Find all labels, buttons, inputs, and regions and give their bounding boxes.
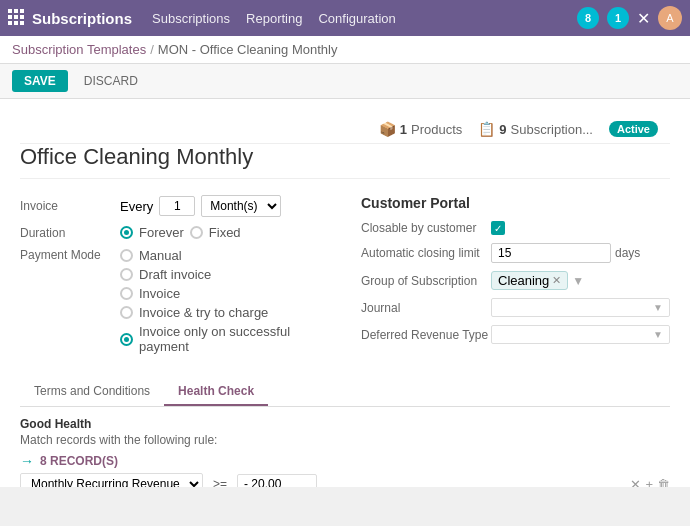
nav-subscriptions[interactable]: Subscriptions xyxy=(152,11,230,26)
svg-rect-4 xyxy=(14,15,18,19)
closable-value xyxy=(491,221,670,235)
payment-mode-row: Payment Mode Manual Draft invoice Invoic… xyxy=(20,248,329,354)
duration-row: Duration Forever Fixed xyxy=(20,225,329,240)
group-tag-remove[interactable]: ✕ xyxy=(552,274,561,287)
nav-reporting[interactable]: Reporting xyxy=(246,11,302,26)
svg-rect-5 xyxy=(20,15,24,19)
payment-manual-label: Manual xyxy=(139,248,182,263)
good-health-header: Good Health xyxy=(20,417,670,431)
nav-right: 8 1 ✕ A xyxy=(577,6,682,30)
good-operator: >= xyxy=(209,477,231,487)
health-check-section: Good Health Match records with the follo… xyxy=(20,407,670,487)
invoice-row: Invoice Every Month(s) Month(s) xyxy=(20,195,329,217)
payment-draft-label: Draft invoice xyxy=(139,267,211,282)
payment-invoice-try-label: Invoice & try to charge xyxy=(139,305,268,320)
auto-close-input[interactable] xyxy=(491,243,611,263)
tabs-bar: Terms and Conditions Health Check xyxy=(20,378,670,407)
breadcrumb-current: MON - Office Cleaning Monthly xyxy=(158,42,338,57)
duration-fixed-radio[interactable] xyxy=(190,226,203,239)
good-rule-actions: ✕ + 🗑 xyxy=(630,477,670,488)
good-health-rule-row: → 8 RECORD(S) xyxy=(20,453,670,469)
good-add-rule-btn[interactable]: + xyxy=(645,477,653,488)
deferred-row: Deferred Revenue Type ▼ xyxy=(361,325,670,344)
user-avatar[interactable]: A xyxy=(658,6,682,30)
badge-messages[interactable]: 8 xyxy=(577,7,599,29)
payment-mode-label: Payment Mode xyxy=(20,248,120,262)
discard-button[interactable]: DISCARD xyxy=(76,70,146,92)
nav-menu: Subscriptions Reporting Configuration xyxy=(152,11,396,26)
closable-checkbox[interactable] xyxy=(491,221,505,235)
breadcrumb: Subscription Templates / MON - Office Cl… xyxy=(0,36,690,64)
radio-invoice-try[interactable] xyxy=(120,306,133,319)
good-delete-btn[interactable]: 🗑 xyxy=(657,477,670,488)
good-health-block: Good Health Match records with the follo… xyxy=(20,417,670,487)
active-badge[interactable]: Active xyxy=(609,121,658,137)
products-stat[interactable]: 📦 1 Products xyxy=(379,121,463,137)
duration-fixed-label: Fixed xyxy=(209,225,241,240)
radio-invoice[interactable] xyxy=(120,287,133,300)
invoice-value-input[interactable] xyxy=(159,196,195,216)
svg-rect-8 xyxy=(20,21,24,25)
payment-draft-invoice[interactable]: Draft invoice xyxy=(120,267,329,282)
payment-invoice-try[interactable]: Invoice & try to charge xyxy=(120,305,329,320)
radio-manual[interactable] xyxy=(120,249,133,262)
badge-activities[interactable]: 1 xyxy=(607,7,629,29)
duration-fixed-option[interactable]: Fixed xyxy=(190,225,241,240)
payment-invoice[interactable]: Invoice xyxy=(120,286,329,301)
tab-terms[interactable]: Terms and Conditions xyxy=(20,378,164,406)
good-arrow-icon: → xyxy=(20,453,34,469)
main-content: 📦 1 Products 📋 9 Subscription... Active … xyxy=(0,99,690,487)
form-body: Invoice Every Month(s) Month(s) Duration… xyxy=(20,195,670,362)
journal-row: Journal ▼ xyxy=(361,298,670,317)
duration-forever-radio[interactable] xyxy=(120,226,133,239)
duration-forever-label: Forever xyxy=(139,225,184,240)
breadcrumb-parent[interactable]: Subscription Templates xyxy=(12,42,146,57)
good-remove-tag-btn[interactable]: ✕ xyxy=(630,477,641,488)
top-navigation: Subscriptions Subscriptions Reporting Co… xyxy=(0,0,690,36)
close-icon[interactable]: ✕ xyxy=(637,9,650,28)
deferred-label: Deferred Revenue Type xyxy=(361,328,491,342)
svg-rect-1 xyxy=(14,9,18,13)
portal-title: Customer Portal xyxy=(361,195,670,211)
products-icon: 📦 xyxy=(379,121,396,137)
deferred-arrow: ▼ xyxy=(653,329,663,340)
svg-rect-7 xyxy=(14,21,18,25)
group-dropdown-arrow[interactable]: ▼ xyxy=(572,274,584,288)
good-health-rule: Monthly Recurring Revenue Monthly Recurr… xyxy=(20,473,670,487)
payment-manual[interactable]: Manual xyxy=(120,248,329,263)
breadcrumb-separator: / xyxy=(150,42,154,57)
svg-rect-6 xyxy=(8,21,12,25)
good-value-input[interactable] xyxy=(237,474,317,487)
svg-rect-3 xyxy=(8,15,12,19)
payment-invoice-success[interactable]: Invoice only on successful payment xyxy=(120,324,329,354)
deferred-select[interactable]: ▼ xyxy=(491,325,670,344)
closable-label: Closable by customer xyxy=(361,221,491,235)
nav-configuration[interactable]: Configuration xyxy=(318,11,395,26)
group-label: Group of Subscription xyxy=(361,274,491,288)
auto-close-label: Automatic closing limit xyxy=(361,246,491,260)
subscriptions-stat[interactable]: 📋 9 Subscription... xyxy=(478,121,593,137)
good-health-sub: Match records with the following rule: xyxy=(20,433,670,447)
journal-select[interactable]: ▼ xyxy=(491,298,670,317)
tab-health[interactable]: Health Check xyxy=(164,378,268,406)
radio-invoice-success[interactable] xyxy=(120,333,133,346)
good-field-select[interactable]: Monthly Recurring Revenue xyxy=(20,473,203,487)
closable-row: Closable by customer xyxy=(361,221,670,235)
form-left: Invoice Every Month(s) Month(s) Duration… xyxy=(20,195,329,362)
grid-icon[interactable] xyxy=(8,9,24,28)
subscriptions-label: Subscription... xyxy=(511,122,593,137)
group-value: Cleaning ✕ ▼ xyxy=(491,271,670,290)
good-records-link[interactable]: 8 RECORD(S) xyxy=(40,454,118,468)
subscriptions-count: 9 xyxy=(499,122,506,137)
products-count: 1 xyxy=(400,122,407,137)
invoice-period-select[interactable]: Month(s) xyxy=(201,195,281,217)
group-row: Group of Subscription Cleaning ✕ ▼ xyxy=(361,271,670,290)
save-button[interactable]: SAVE xyxy=(12,70,68,92)
radio-draft-invoice[interactable] xyxy=(120,268,133,281)
app-title: Subscriptions xyxy=(32,10,132,27)
stats-bar: 📦 1 Products 📋 9 Subscription... Active xyxy=(20,115,670,144)
form-title: Office Cleaning Monthly xyxy=(20,144,670,179)
group-tag: Cleaning ✕ xyxy=(491,271,568,290)
duration-forever-option[interactable]: Forever xyxy=(120,225,184,240)
payment-invoice-label: Invoice xyxy=(139,286,180,301)
